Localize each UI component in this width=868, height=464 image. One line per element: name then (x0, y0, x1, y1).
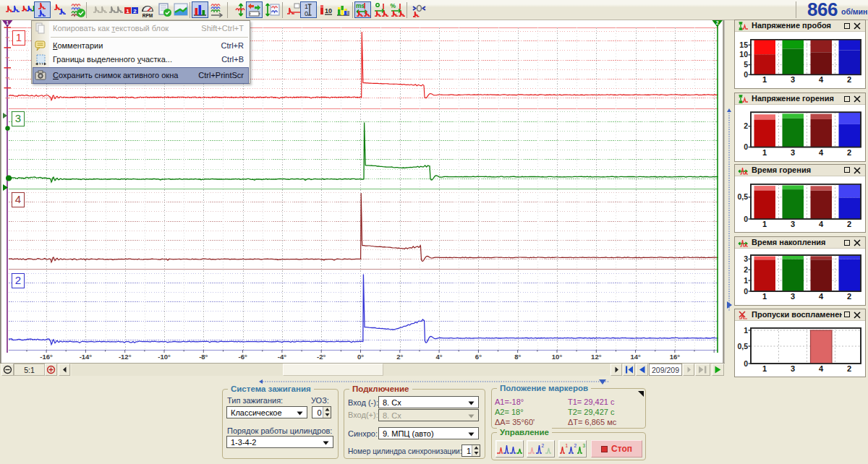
svg-text:2: 2 (716, 20, 719, 25)
svg-text:4: 4 (819, 148, 824, 157)
svg-text:1: 1 (762, 292, 767, 301)
svg-text:4: 4 (819, 220, 824, 228)
svg-text:-12°: -12° (119, 353, 132, 361)
svg-text:3: 3 (791, 364, 795, 373)
svg-text:0: 0 (744, 358, 748, 367)
svg-text:2: 2 (847, 292, 851, 301)
svg-text:8°: 8° (514, 353, 521, 361)
svg-text:1: 1 (762, 364, 767, 373)
svg-text:-16°: -16° (40, 353, 53, 361)
svg-text:3: 3 (791, 220, 795, 228)
svg-text:3: 3 (583, 443, 586, 448)
svg-text:2: 2 (744, 121, 748, 130)
svg-text:0°: 0° (357, 353, 364, 361)
svg-text:15: 15 (739, 40, 748, 49)
svg-text:-6°: -6° (238, 353, 247, 361)
svg-text:1: 1 (744, 276, 748, 285)
svg-text:1: 1 (744, 325, 748, 334)
svg-text:2: 2 (133, 8, 137, 14)
svg-text:2°: 2° (396, 353, 403, 361)
svg-text:1: 1 (566, 443, 569, 448)
svg-text:5: 5 (744, 60, 748, 69)
svg-text:1: 1 (6, 20, 9, 25)
svg-text:2: 2 (847, 75, 851, 84)
svg-text:0: 0 (744, 142, 748, 151)
svg-text:6°: 6° (475, 353, 482, 361)
svg-text:2: 2 (847, 220, 851, 228)
svg-text:2: 2 (574, 443, 577, 448)
svg-text:2: 2 (744, 265, 748, 274)
svg-text:1: 1 (305, 3, 308, 10)
svg-text:3: 3 (791, 292, 795, 301)
svg-text:-8°: -8° (199, 353, 208, 361)
svg-text:10°: 10° (552, 353, 563, 361)
svg-text:0,5: 0,5 (737, 341, 748, 350)
svg-text:16°: 16° (670, 353, 681, 361)
svg-text:4°: 4° (436, 353, 443, 361)
svg-text:ms: ms (356, 2, 365, 9)
svg-text:-10°: -10° (158, 353, 171, 361)
svg-text:3: 3 (791, 148, 795, 157)
svg-text:RPM: RPM (142, 13, 153, 17)
svg-text:2: 2 (847, 148, 851, 157)
svg-text:3: 3 (744, 254, 748, 263)
svg-text:%: % (390, 2, 396, 9)
svg-text:4: 4 (819, 292, 824, 301)
svg-text:12°: 12° (591, 353, 602, 361)
svg-text:0: 0 (744, 214, 748, 223)
svg-text:-2°: -2° (317, 353, 326, 361)
svg-text:10: 10 (739, 50, 748, 59)
svg-text:2: 2 (542, 443, 545, 448)
svg-text:1: 1 (762, 148, 767, 157)
svg-text:-4°: -4° (278, 353, 286, 361)
svg-text:1: 1 (126, 8, 129, 14)
svg-text:1: 1 (762, 75, 767, 84)
svg-text:0,5: 0,5 (737, 192, 748, 201)
svg-text:0: 0 (744, 287, 748, 296)
svg-text:14°: 14° (630, 353, 641, 361)
svg-text:1: 1 (762, 220, 767, 228)
svg-text:4: 4 (819, 75, 824, 84)
svg-text:3: 3 (791, 75, 795, 84)
svg-text:0: 0 (744, 70, 748, 79)
svg-text:10: 10 (325, 7, 332, 14)
svg-text:2: 2 (847, 364, 851, 373)
svg-text:-14°: -14° (80, 353, 93, 361)
svg-text:0: 0 (305, 10, 308, 17)
svg-text:4: 4 (819, 364, 824, 373)
